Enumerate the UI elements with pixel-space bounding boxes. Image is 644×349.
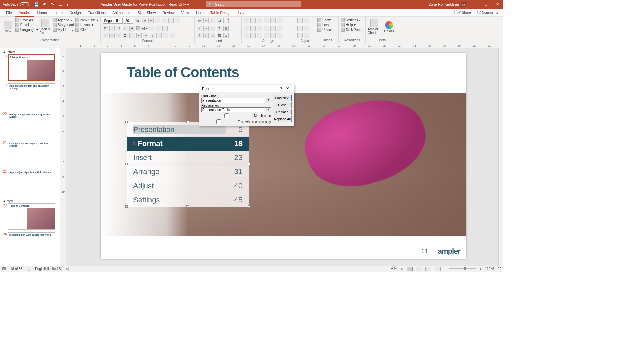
resize-handle[interactable] — [125, 121, 128, 123]
same-height-icon[interactable] — [304, 18, 309, 23]
agenda-button[interactable]: Agenda▾ — [53, 18, 74, 22]
my-library-button[interactable]: My Library — [53, 28, 74, 32]
find-what-input[interactable] — [201, 98, 266, 103]
section-header-format[interactable]: ◢Format — [1, 50, 59, 54]
thumbnail-20[interactable]: 20 Easily change text field margins and … — [1, 112, 59, 138]
resize-handle[interactable] — [125, 163, 128, 165]
image-icon[interactable]: 🖼 — [217, 33, 222, 38]
align-bot-icon[interactable] — [277, 18, 282, 23]
font-name-combo[interactable]: Segoe UI — [103, 18, 123, 24]
outline-color-icon[interactable] — [162, 18, 167, 23]
tab-file[interactable]: File — [3, 9, 15, 17]
slide-canvas[interactable]: 12345678910 Table of Contents Presentati… — [60, 48, 503, 266]
present-icon[interactable]: ▭ — [58, 2, 62, 7]
fit-to-window-icon[interactable]: ⛶ — [498, 267, 501, 271]
tab-slideshow[interactable]: Slide Show — [134, 9, 159, 17]
find-history-dropdown[interactable]: ▾ — [266, 98, 271, 103]
arrow-icon[interactable]: → — [203, 26, 209, 31]
align-right-icon[interactable]: ≡ — [116, 33, 121, 38]
stack-icon[interactable] — [277, 33, 282, 38]
line-style-icon[interactable] — [168, 18, 174, 23]
qat-more-icon[interactable]: ▾ — [66, 2, 69, 7]
line-spacing-icon[interactable]: ↕ — [150, 33, 155, 38]
rotate-icon[interactable] — [244, 33, 249, 38]
tab-animations[interactable]: Animations — [109, 9, 134, 17]
toc-row[interactable]: Insert23 — [127, 151, 249, 165]
tab-layout[interactable]: Layout — [235, 9, 253, 17]
toc-row[interactable]: Settings45 — [127, 193, 249, 207]
tab-view[interactable]: View — [178, 9, 193, 17]
margins-icon[interactable] — [175, 18, 180, 23]
align-left-obj-icon[interactable] — [244, 18, 249, 23]
email-button[interactable]: Email — [15, 23, 38, 27]
whole-words-checkbox[interactable] — [201, 119, 236, 124]
dialog-help-icon[interactable]: ? — [278, 87, 284, 91]
replace-history-dropdown[interactable]: ▾ — [266, 107, 271, 112]
resize-handle[interactable] — [248, 205, 250, 208]
notes-button[interactable]: ≣ Notes — [391, 267, 403, 271]
find-next-button[interactable]: Find Next — [273, 95, 292, 101]
ampler-charts-button[interactable]: Ampler Charts — [368, 17, 381, 36]
language-button[interactable]: Language▾ — [15, 28, 38, 32]
align-right-obj-icon[interactable] — [257, 18, 262, 23]
bring-front-icon[interactable] — [270, 26, 276, 31]
bold-icon[interactable]: B — [103, 26, 108, 31]
align-left-icon[interactable]: ≡ — [103, 33, 108, 38]
dist-h-icon[interactable] — [244, 26, 249, 31]
match-case-checkbox[interactable] — [201, 113, 253, 118]
toc-row[interactable]: Adjust40 — [127, 179, 249, 193]
unlock-guides-button[interactable]: Unlock — [317, 28, 336, 32]
save-as-button[interactable]: Save As — [15, 18, 38, 22]
tab-table-design[interactable]: Table Design — [207, 9, 235, 17]
send-back-icon[interactable] — [277, 26, 282, 31]
flip-h-icon[interactable] — [250, 33, 256, 38]
show-guides-button[interactable]: Show — [317, 18, 336, 22]
tab-review[interactable]: Review — [159, 9, 178, 17]
textbox-icon[interactable]: T — [217, 26, 222, 31]
shrink-font-icon[interactable]: A▾ — [142, 18, 147, 23]
dialog-close-icon[interactable]: ✕ — [284, 86, 291, 91]
format-painter-icon[interactable] — [170, 33, 175, 38]
thumbnail-24[interactable]: 24 Insert text box with bullets that wor… — [1, 232, 59, 258]
grid-icon[interactable] — [264, 33, 269, 38]
ribbon-options-icon[interactable]: ▭ — [458, 2, 469, 7]
save-icon[interactable]: 💾 — [34, 2, 39, 7]
dist-v-icon[interactable] — [250, 26, 256, 31]
decrease-indent-icon[interactable]: ⇤ — [136, 33, 142, 38]
toc-row[interactable]: Arrange31 — [127, 165, 249, 179]
group-icon[interactable] — [257, 26, 262, 31]
redo-icon[interactable]: ↷ — [51, 2, 54, 7]
task-pane-button[interactable]: Task Pane — [341, 28, 363, 32]
align-top-icon[interactable] — [264, 18, 269, 23]
slideshow-view-icon[interactable] — [435, 267, 441, 271]
slide-page[interactable]: Table of Contents Presentation5Format18I… — [101, 53, 466, 259]
triangle-icon[interactable]: △ — [210, 33, 215, 38]
fill-color-icon[interactable] — [155, 18, 160, 23]
thumbnail-18[interactable]: 18 Table of Contents — [1, 54, 59, 81]
align-mid-icon[interactable] — [270, 18, 276, 23]
shape-outline-icon[interactable] — [156, 26, 161, 31]
minimize-icon[interactable]: — — [469, 2, 480, 7]
connector-icon[interactable]: ↳ — [210, 26, 215, 31]
autosave-toggle[interactable]: AutoSave Off — [0, 2, 32, 6]
lock-guides-button[interactable]: Lock — [317, 23, 336, 27]
tab-insert[interactable]: Insert — [50, 9, 66, 17]
tab-help[interactable]: Help — [193, 9, 207, 17]
italic-icon[interactable]: I — [109, 26, 115, 31]
shape-style-icon[interactable] — [156, 33, 162, 38]
search-box[interactable]: 🔍 Search — [206, 1, 301, 7]
resize-handle[interactable] — [248, 163, 250, 165]
resize-icon[interactable] — [304, 26, 309, 31]
tab-home[interactable]: Home — [34, 9, 50, 17]
chart-icon[interactable]: 📊 — [217, 18, 222, 23]
sorter-view-icon[interactable] — [416, 267, 422, 271]
brace-icon[interactable]: { — [197, 33, 202, 38]
thumbnail-19[interactable]: 19 Adjust standard text and paragraph se… — [1, 83, 59, 109]
toc-table[interactable]: Presentation5Format18Insert23Arrange31Ad… — [127, 122, 249, 207]
close-icon[interactable]: ✕ — [492, 2, 503, 7]
share-button[interactable]: 🔗Share — [454, 10, 473, 15]
table-icon[interactable]: ▦ — [223, 26, 229, 31]
document-title[interactable]: Ampler User Guide for PowerPoint.pptx - … — [101, 2, 189, 7]
thumbnail-pane[interactable]: ◢Format 18 Table of Contents 19 Adjust s… — [0, 48, 60, 266]
callout-icon[interactable]: ◻ — [203, 33, 209, 38]
